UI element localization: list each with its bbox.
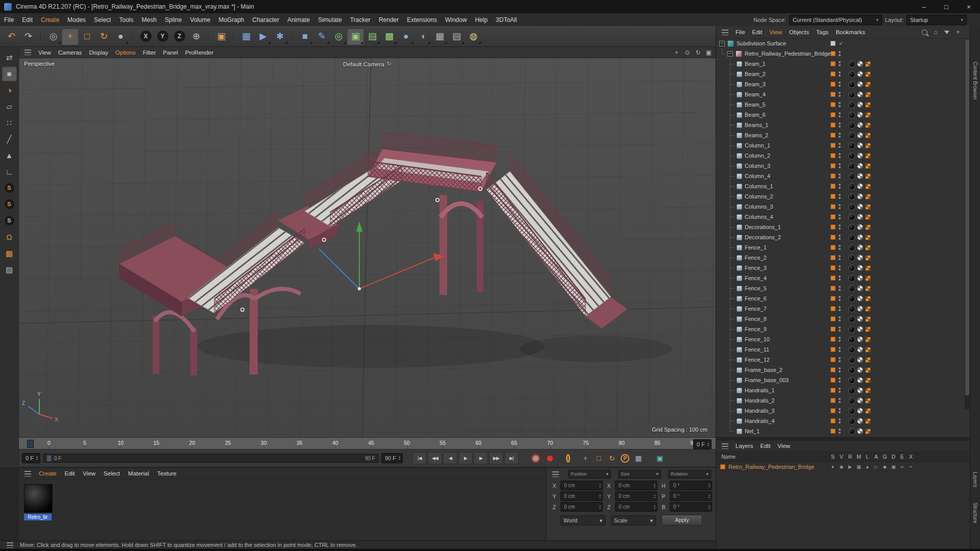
material-tile[interactable]: Retro_br — [24, 484, 52, 520]
visibility-dots[interactable] — [839, 429, 841, 434]
prev-key-button[interactable]: ◀◀ — [428, 452, 442, 464]
layer-chip[interactable] — [830, 327, 836, 332]
layer-row[interactable]: Retro_Railway_Pedestrian_Bridge ●◉▶▦▲▷◆▣… — [716, 462, 970, 472]
phong-tag-icon[interactable] — [857, 316, 863, 322]
layer-chip[interactable] — [830, 347, 836, 352]
tree-row-bridge[interactable]: Retro_Railway_Pedestrian_Bridge — [716, 48, 965, 59]
phong-tag-icon[interactable] — [857, 285, 863, 291]
mat-menu-select[interactable]: Select — [100, 470, 124, 477]
status-menu-icon[interactable] — [7, 542, 13, 548]
tree-row[interactable]: Columns_3 — [716, 202, 965, 212]
om-menu-bookmarks[interactable]: Bookmarks — [832, 29, 869, 35]
layout-select[interactable]: Startup▾ — [906, 15, 967, 25]
texture-tag-icon[interactable] — [848, 295, 855, 302]
layer-chip[interactable] — [830, 133, 836, 138]
generators-icon[interactable]: ◎ — [330, 28, 347, 45]
menu-mograph[interactable]: MoGraph — [214, 16, 248, 23]
uvw-tag-icon[interactable] — [865, 184, 871, 189]
uvw-tag-icon[interactable] — [865, 194, 871, 199]
layer-toggle-icon[interactable]: ▶ — [846, 464, 854, 469]
phong-tag-icon[interactable] — [857, 91, 863, 97]
tree-row[interactable]: Fence_5 — [716, 283, 965, 293]
phong-tag-icon[interactable] — [857, 153, 863, 159]
uvw-tag-icon[interactable] — [865, 357, 871, 363]
uvw-tag-icon[interactable] — [865, 347, 871, 353]
phong-tag-icon[interactable] — [857, 377, 863, 383]
spinner-icon[interactable]: ▴▾ — [399, 456, 400, 461]
layer-chip[interactable] — [830, 245, 836, 250]
tree-row[interactable]: Fence_3 — [716, 263, 965, 273]
texture-tag-icon[interactable] — [848, 122, 855, 129]
tree-row[interactable]: Decorations_1 — [716, 222, 965, 232]
uvw-tag-icon[interactable] — [865, 265, 871, 271]
texture-tag-icon[interactable] — [848, 428, 855, 435]
uvw-tag-icon[interactable] — [865, 61, 871, 67]
texture-tag-icon[interactable] — [848, 91, 855, 98]
visibility-dots[interactable] — [839, 296, 841, 301]
uvw-tag-icon[interactable] — [865, 296, 871, 302]
tree-row[interactable]: Fence_1 — [716, 242, 965, 253]
uvw-tag-icon[interactable] — [865, 204, 871, 210]
texture-tag-icon[interactable] — [848, 112, 855, 118]
material-preview-sphere[interactable] — [24, 484, 53, 513]
menu-render[interactable]: Render — [375, 16, 403, 23]
model-mode-icon[interactable]: ■ — [2, 66, 17, 81]
tab-content-browser[interactable]: Content Browser — [972, 62, 978, 99]
phong-tag-icon[interactable] — [857, 418, 863, 424]
vp-menu-display[interactable]: Display — [85, 49, 112, 56]
visibility-dots[interactable] — [839, 214, 841, 219]
phong-tag-icon[interactable] — [857, 112, 863, 118]
add-object-icon[interactable]: + — [954, 29, 962, 36]
layer-chip[interactable] — [830, 71, 836, 77]
uvw-tag-icon[interactable] — [865, 235, 871, 240]
uvw-tag-icon[interactable] — [865, 286, 871, 291]
camera-cycle-icon[interactable]: ↻ — [387, 61, 391, 67]
tree-row[interactable]: Handrails_1 — [716, 385, 965, 395]
texture-tag-icon[interactable] — [848, 81, 855, 88]
uvw-tag-icon[interactable] — [865, 429, 871, 434]
menu-volume[interactable]: Volume — [186, 16, 214, 23]
menu-3dtoall[interactable]: 3DToAll — [492, 16, 521, 23]
material-name[interactable]: Retro_br — [24, 514, 52, 520]
move-tool-icon[interactable]: + — [62, 28, 79, 45]
light-icon[interactable]: ◍ — [465, 28, 482, 45]
coord-field[interactable]: 0 °▴▾ — [670, 502, 712, 512]
visibility-dots[interactable] — [839, 378, 841, 383]
layer-chip[interactable] — [830, 337, 836, 342]
layer-chip[interactable] — [830, 388, 836, 393]
uvw-tag-icon[interactable] — [865, 143, 871, 148]
phong-tag-icon[interactable] — [857, 122, 863, 128]
vp-menu-view[interactable]: View — [35, 49, 55, 56]
menu-create[interactable]: Create — [37, 16, 63, 23]
tree-row[interactable]: Column_2 — [716, 151, 965, 161]
coord-field[interactable]: 0 cm▴▾ — [560, 481, 603, 490]
uvw-tag-icon[interactable] — [865, 367, 871, 373]
uvw-tag-icon[interactable] — [865, 418, 871, 424]
visibility-dots[interactable] — [839, 143, 841, 148]
phong-tag-icon[interactable] — [857, 102, 863, 108]
menu-help[interactable]: Help — [471, 16, 492, 23]
menu-modes[interactable]: Modes — [63, 16, 90, 23]
texture-tag-icon[interactable] — [848, 367, 855, 373]
texture-tag-icon[interactable] — [848, 397, 855, 404]
panel-menu-icon[interactable] — [24, 471, 31, 477]
texture-tag-icon[interactable] — [848, 377, 855, 384]
enable-axis-icon[interactable]: ∟ — [2, 164, 17, 179]
visibility-dots[interactable] — [839, 122, 841, 128]
uvw-tag-icon[interactable] — [865, 388, 871, 393]
texture-tag-icon[interactable] — [848, 418, 855, 424]
primitive-cube-icon[interactable]: ■ — [297, 28, 313, 45]
spinner-icon[interactable]: ▴▾ — [36, 456, 38, 461]
phong-tag-icon[interactable] — [857, 367, 863, 373]
texture-tag-icon[interactable] — [848, 163, 855, 169]
texture-tag-icon[interactable] — [848, 346, 855, 353]
play-button[interactable]: ▶ — [458, 452, 473, 464]
lock-x-axis-icon[interactable]: X — [137, 28, 154, 45]
phong-tag-icon[interactable] — [857, 81, 863, 87]
vp-menu-cameras[interactable]: Cameras — [55, 49, 86, 56]
layer-toggle-icon[interactable]: ▦ — [854, 464, 863, 469]
collapse-icon[interactable] — [727, 51, 733, 57]
layer-toggle-icon[interactable]: ● — [828, 464, 837, 469]
texture-tag-icon[interactable] — [848, 408, 855, 414]
current-frame-field[interactable]: 0 F▴▾ — [693, 439, 712, 449]
